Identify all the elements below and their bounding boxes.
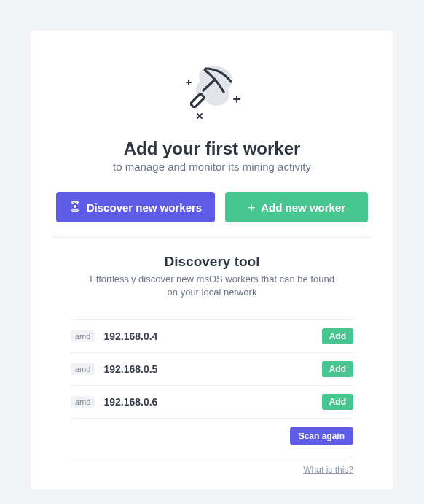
- add-worker-row-button[interactable]: Add: [322, 328, 353, 344]
- worker-ip: 192.168.0.6: [103, 396, 321, 408]
- svg-point-8: [74, 205, 76, 208]
- worker-ip: 192.168.0.4: [103, 330, 321, 342]
- vendor-chip: amd: [71, 363, 95, 375]
- add-worker-row-button[interactable]: Add: [322, 394, 353, 410]
- radar-icon: [69, 201, 81, 214]
- add-label: Add new worker: [261, 201, 345, 214]
- card: Add your first worker to manage and moni…: [31, 31, 393, 489]
- discover-label: Discover new workers: [87, 201, 202, 214]
- worker-list: amd 192.168.0.4 Add amd 192.168.0.5 Add …: [71, 319, 353, 419]
- divider: [53, 237, 371, 238]
- scan-again-button[interactable]: Scan again: [290, 427, 353, 445]
- svg-rect-0: [190, 93, 205, 108]
- scan-row: Scan again: [71, 427, 353, 445]
- worker-row: amd 192.168.0.4 Add: [71, 319, 353, 353]
- plus-icon: +: [248, 201, 255, 214]
- page-title: Add your first worker: [53, 139, 371, 159]
- pickaxe-icon: [53, 60, 371, 125]
- worker-ip: 192.168.0.5: [103, 363, 321, 375]
- discovery-subtitle: Effortlessly discover new msOS workers t…: [88, 273, 336, 299]
- vendor-chip: amd: [71, 396, 95, 408]
- discovery-title: Discovery tool: [53, 254, 371, 270]
- what-is-this-link[interactable]: What is this?: [303, 465, 353, 475]
- footer-divider: [71, 457, 353, 457]
- vendor-chip: amd: [71, 330, 95, 342]
- worker-row: amd 192.168.0.5 Add: [71, 353, 353, 386]
- page-subtitle: to manage and monitor its mining activit…: [53, 160, 371, 173]
- add-worker-row-button[interactable]: Add: [322, 361, 353, 377]
- action-buttons: Discover new workers + Add new worker: [53, 192, 371, 222]
- discover-workers-button[interactable]: Discover new workers: [56, 192, 215, 222]
- footer-links: What is this?: [71, 465, 353, 475]
- add-worker-button[interactable]: + Add new worker: [225, 192, 368, 222]
- worker-row: amd 192.168.0.6 Add: [71, 386, 353, 419]
